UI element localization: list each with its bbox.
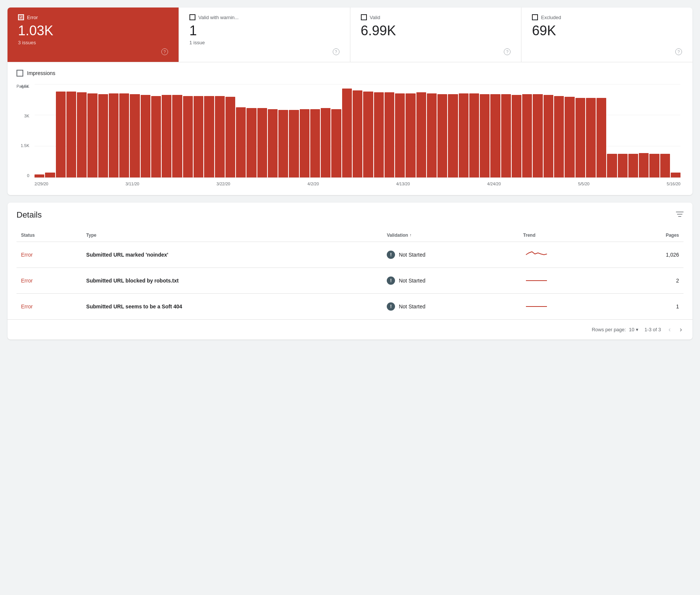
chart-bar (363, 92, 373, 177)
chart-bar (268, 109, 278, 177)
impressions-header: Impressions (17, 70, 683, 77)
chart-bar (575, 98, 585, 177)
rows-per-page-value: 10 (629, 327, 634, 332)
col-trend: Trend (519, 229, 620, 242)
chart-bar (109, 93, 119, 177)
error-tab-issues: 3 issues (18, 40, 168, 45)
chart-bar (406, 93, 415, 177)
row-type[interactable]: Submitted URL blocked by robots.txt (82, 267, 382, 293)
not-started-text: Not Started (399, 252, 425, 258)
row-trend (519, 242, 620, 267)
row-status[interactable]: Error (17, 267, 82, 293)
row-trend (519, 293, 620, 319)
valid-tab-title: Valid (370, 15, 380, 20)
valid-warning-checkbox (189, 14, 195, 20)
row-validation: !Not Started (382, 293, 518, 319)
chart-bar (639, 153, 649, 177)
chart-bar (130, 94, 140, 177)
valid-warning-tab-issues: 1 issue (189, 40, 339, 45)
row-type[interactable]: Submitted URL seems to be a Soft 404 (82, 293, 382, 319)
next-page-button[interactable]: › (678, 324, 683, 335)
rows-per-page: Rows per page: 10 ▾ (592, 327, 638, 332)
chart-bar (151, 96, 161, 177)
valid-tab-issues (361, 40, 511, 45)
chart-bar (321, 108, 330, 177)
chart-bar (98, 94, 108, 177)
tab-valid[interactable]: Valid 6.99K ? (350, 8, 522, 62)
chart-bar (437, 94, 447, 177)
not-started-text: Not Started (399, 278, 425, 284)
table-header-row: Status Type Validation ↑ Trend Pages (17, 229, 683, 242)
tab-error[interactable]: Error 1.03K 3 issues ? (8, 8, 179, 62)
excluded-checkbox (532, 14, 538, 20)
chart-bar (310, 109, 320, 177)
chart-bar (172, 95, 182, 177)
table-row: ErrorSubmitted URL marked 'noindex'!Not … (17, 242, 683, 267)
row-pages: 1,026 (620, 242, 683, 267)
chart-bar (56, 92, 66, 177)
row-status[interactable]: Error (17, 242, 82, 267)
excluded-help-icon[interactable]: ? (675, 48, 682, 55)
chart-bar (459, 93, 469, 177)
prev-page-button[interactable]: ‹ (667, 324, 672, 335)
chart-bar (469, 93, 479, 177)
valid-warning-tab-title: Valid with warnin... (198, 15, 239, 20)
error-help-icon[interactable]: ? (161, 48, 168, 55)
row-validation: !Not Started (382, 267, 518, 293)
excluded-tab-title: Excluded (541, 15, 561, 20)
chart-bar (374, 92, 384, 177)
filter-icon[interactable] (676, 210, 683, 219)
chart-bar (586, 98, 596, 177)
x-label-7: 5/5/20 (578, 182, 590, 186)
chart-bar (416, 92, 426, 177)
chart-bar (225, 97, 235, 177)
col-type: Type (82, 229, 382, 242)
row-trend (519, 267, 620, 293)
x-label-8: 5/16/20 (667, 182, 680, 186)
y-label-1500: 1.5K (21, 143, 29, 148)
x-label-2: 3/11/20 (126, 182, 140, 186)
valid-help-icon[interactable]: ? (504, 48, 511, 55)
row-type[interactable]: Submitted URL marked 'noindex' (82, 242, 382, 267)
y-label-0: 0 (27, 173, 29, 178)
row-status[interactable]: Error (17, 293, 82, 319)
rows-per-page-label: Rows per page: (592, 327, 626, 332)
chart-bar (236, 107, 246, 177)
x-label-6: 4/24/20 (487, 182, 501, 186)
chart-bar (544, 95, 553, 177)
excluded-tab-value: 69K (532, 23, 682, 38)
not-started-icon: ! (387, 251, 395, 259)
row-pages: 2 (620, 267, 683, 293)
valid-warning-tab-value: 1 (189, 23, 339, 38)
table-footer: Rows per page: 10 ▾ 1-3 of 3 ‹ › (8, 319, 692, 340)
valid-tab-value: 6.99K (361, 23, 511, 38)
tab-excluded[interactable]: Excluded 69K ? (521, 8, 692, 62)
sort-arrow-icon: ↑ (410, 233, 412, 237)
details-card: Details Status Type Validation (8, 203, 692, 340)
error-tab-title: Error (27, 15, 38, 20)
chart-bar (353, 90, 362, 177)
rows-select[interactable]: 10 ▾ (629, 327, 638, 332)
col-validation[interactable]: Validation ↑ (382, 229, 518, 242)
chart-bar (87, 93, 97, 177)
row-validation: !Not Started (382, 242, 518, 267)
valid-warning-help-icon[interactable]: ? (333, 48, 339, 55)
chart-bar (35, 174, 44, 177)
error-checkbox (18, 14, 24, 20)
chart-bar (141, 95, 150, 177)
tab-valid-warning[interactable]: Valid with warnin... 1 1 issue ? (179, 8, 350, 62)
impressions-checkbox[interactable] (17, 70, 23, 77)
chart-bar (427, 93, 437, 177)
x-label-4: 4/2/20 (308, 182, 319, 186)
chart-bar (66, 92, 76, 177)
chart-bar (512, 95, 521, 177)
chart-bar (119, 93, 129, 177)
chart-bar (246, 108, 256, 177)
details-section: Details Status Type Validation (8, 203, 692, 319)
not-started-icon: ! (387, 276, 395, 285)
chart-bar (596, 98, 606, 177)
chart-bar (385, 92, 394, 177)
chart-bar (533, 94, 542, 177)
rows-dropdown-icon[interactable]: ▾ (636, 327, 638, 332)
chart-bar (649, 154, 659, 177)
